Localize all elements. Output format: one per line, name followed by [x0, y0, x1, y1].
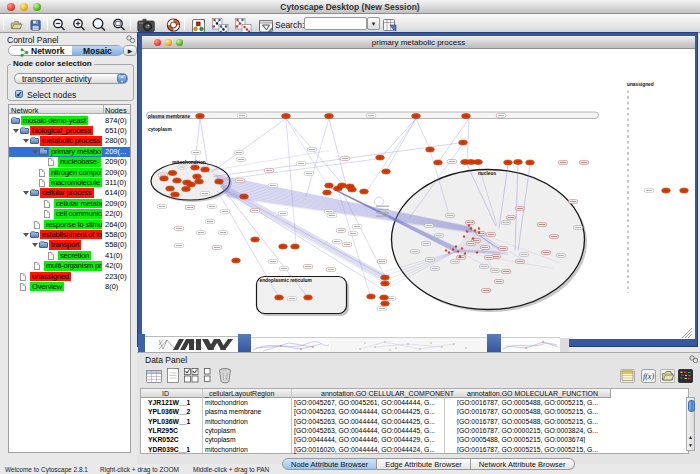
svg-text:unassigned: unassigned [627, 82, 654, 87]
svg-text:mitochondrion: mitochondrion [172, 160, 206, 165]
svg-text:nucleus: nucleus [478, 171, 496, 176]
svg-text:plasma membrane: plasma membrane [148, 114, 190, 119]
svg-text:f(x): f(x) [643, 372, 654, 381]
svg-text:cytoplasm: cytoplasm [148, 127, 172, 132]
svg-text:endoplasmic reticulum: endoplasmic reticulum [260, 278, 312, 283]
